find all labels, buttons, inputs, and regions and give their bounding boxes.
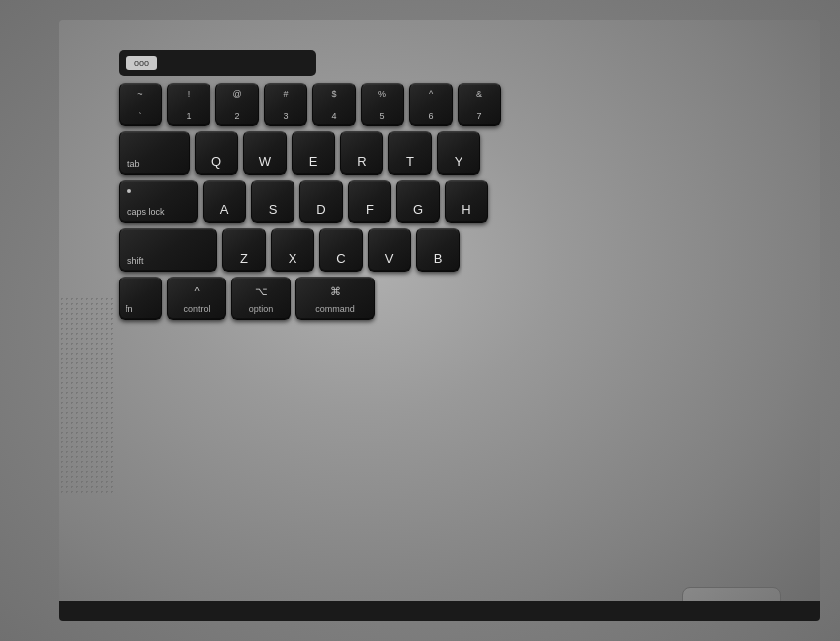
key-2[interactable]: @ 2 bbox=[215, 83, 259, 126]
key-w[interactable]: W bbox=[243, 131, 287, 175]
key-s[interactable]: S bbox=[251, 180, 294, 223]
number-key-row: ~ ` ! 1 @ 2 # 3 $ 4 bbox=[119, 83, 810, 126]
key-y[interactable]: Y bbox=[437, 131, 480, 175]
touch-bar[interactable]: ooo bbox=[119, 50, 316, 76]
key-g[interactable]: G bbox=[396, 180, 440, 223]
key-tab[interactable]: tab bbox=[119, 131, 190, 175]
key-f[interactable]: F bbox=[348, 180, 391, 223]
keyboard-area: ooo ~ ` ! 1 @ 2 # 3 bbox=[59, 20, 820, 621]
key-control[interactable]: ^ control bbox=[167, 277, 226, 320]
key-5[interactable]: % 5 bbox=[361, 83, 404, 126]
qwerty-key-row: tab Q W E R T Y bbox=[119, 131, 810, 175]
asdf-key-row: caps lock A S D F G H bbox=[119, 180, 810, 223]
key-3[interactable]: # 3 bbox=[264, 83, 307, 126]
key-q[interactable]: Q bbox=[195, 131, 238, 175]
key-tilde[interactable]: ~ ` bbox=[119, 83, 162, 126]
key-c[interactable]: C bbox=[319, 228, 363, 272]
key-7[interactable]: & 7 bbox=[458, 83, 501, 126]
key-6[interactable]: ^ 6 bbox=[409, 83, 453, 126]
zxcv-key-row: shift Z X C V B bbox=[119, 228, 810, 272]
modifier-key-row: fn ^ control ⌥ option ⌘ command bbox=[119, 277, 810, 320]
key-shift[interactable]: shift bbox=[119, 228, 217, 272]
bottom-bar bbox=[59, 601, 820, 621]
key-4[interactable]: $ 4 bbox=[312, 83, 356, 126]
key-1[interactable]: ! 1 bbox=[167, 83, 210, 126]
key-t[interactable]: T bbox=[388, 131, 432, 175]
touch-bar-indicator: ooo bbox=[126, 56, 157, 70]
laptop-body: ooo ~ ` ! 1 @ 2 # 3 bbox=[0, 0, 840, 641]
key-z[interactable]: Z bbox=[222, 228, 266, 272]
key-x[interactable]: X bbox=[271, 228, 314, 272]
key-b[interactable]: B bbox=[416, 228, 460, 272]
key-r[interactable]: R bbox=[340, 131, 383, 175]
key-command[interactable]: ⌘ command bbox=[295, 277, 375, 320]
keyboard-container: ooo ~ ` ! 1 @ 2 # 3 bbox=[119, 49, 810, 582]
key-v[interactable]: V bbox=[368, 228, 411, 272]
key-option[interactable]: ⌥ option bbox=[231, 277, 291, 320]
key-d[interactable]: D bbox=[299, 180, 343, 223]
speaker-grille-left bbox=[59, 296, 114, 494]
key-fn[interactable]: fn bbox=[119, 277, 162, 320]
touch-bar-row: ooo bbox=[119, 49, 810, 77]
key-h[interactable]: H bbox=[445, 180, 488, 223]
key-e[interactable]: E bbox=[292, 131, 335, 175]
key-caps-lock[interactable]: caps lock bbox=[119, 180, 198, 223]
caps-lock-indicator bbox=[127, 189, 131, 193]
key-a[interactable]: A bbox=[203, 180, 246, 223]
